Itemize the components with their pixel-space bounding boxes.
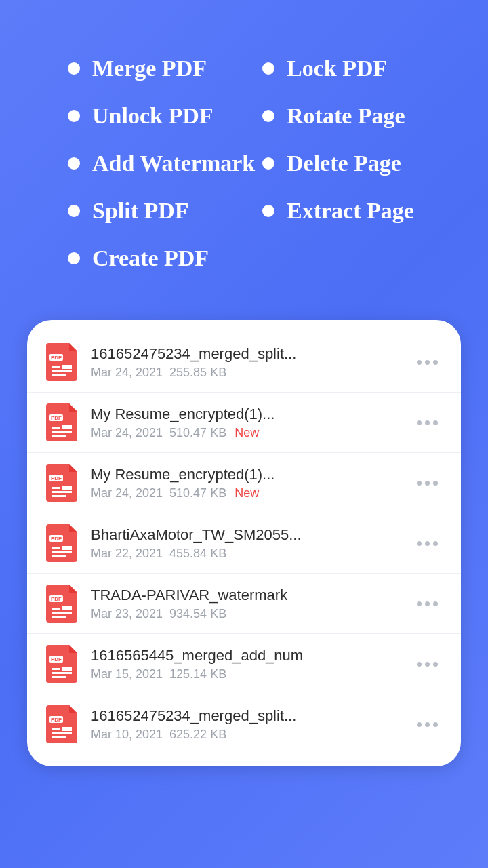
bullet-icon [68, 252, 80, 264]
feature-list: Merge PDF Lock PDF Unlock PDF Rotate Pag… [0, 0, 488, 279]
feature-label: Extract Page [287, 198, 414, 224]
svg-rect-14 [52, 487, 60, 489]
svg-rect-40 [52, 736, 66, 738]
bullet-icon [262, 110, 274, 122]
svg-rect-22 [52, 555, 66, 557]
feature-item: Create PDF [68, 237, 454, 279]
svg-rect-26 [52, 608, 60, 610]
pdf-file-icon: PDF [46, 403, 77, 441]
svg-rect-15 [52, 491, 72, 493]
file-row[interactable]: PDF 1616565445_merged_add_numMar 15, 202… [27, 634, 461, 694]
bullet-icon [262, 157, 274, 170]
bullet-icon [262, 62, 274, 75]
feature-item: Delete Page [262, 142, 454, 184]
pdf-file-icon: PDF [46, 343, 77, 381]
file-row[interactable]: PDF 161652475234_merged_split...Mar 24, … [27, 332, 461, 393]
file-meta: Mar 24, 2021255.85 KB [91, 366, 412, 380]
svg-rect-3 [52, 370, 72, 372]
more-options-button[interactable] [412, 360, 442, 365]
svg-text:PDF: PDF [51, 656, 62, 663]
svg-rect-4 [52, 374, 66, 376]
svg-rect-29 [62, 606, 72, 610]
svg-text:PDF: PDF [51, 475, 62, 481]
pdf-file-icon: PDF [46, 705, 77, 743]
svg-rect-8 [52, 427, 60, 429]
svg-rect-33 [52, 672, 72, 674]
pdf-file-icon: PDF [46, 464, 77, 502]
feature-item: Lock PDF [262, 47, 454, 90]
file-row[interactable]: PDF 161652475234_merged_split...Mar 10, … [27, 694, 461, 754]
file-info: My Resume_encrypted(1)...Mar 24, 2021510… [91, 406, 412, 440]
bullet-icon [68, 157, 80, 170]
file-name: 1616565445_merged_add_num [91, 647, 412, 665]
svg-rect-34 [52, 676, 66, 678]
feature-label: Rotate Page [287, 103, 405, 129]
svg-rect-38 [52, 728, 60, 730]
new-badge: New [235, 486, 259, 500]
file-size: 510.47 KB [169, 426, 226, 439]
new-badge: New [235, 426, 259, 439]
file-name: 161652475234_merged_split... [91, 345, 412, 363]
feature-item: Add Watermark [68, 142, 260, 184]
more-options-button[interactable] [412, 481, 442, 486]
svg-rect-27 [52, 612, 72, 614]
file-meta: Mar 24, 2021510.47 KBNew [91, 426, 412, 440]
more-options-button[interactable] [412, 420, 442, 425]
file-list-card: PDF 161652475234_merged_split...Mar 24, … [27, 320, 461, 766]
svg-rect-5 [62, 365, 72, 369]
file-size: 455.84 KB [169, 547, 226, 560]
svg-rect-16 [52, 495, 66, 497]
svg-text:PDF: PDF [51, 415, 62, 421]
more-options-button[interactable] [412, 662, 442, 667]
file-size: 625.22 KB [169, 728, 226, 741]
svg-rect-35 [62, 667, 72, 671]
svg-text:PDF: PDF [51, 536, 62, 542]
svg-rect-28 [52, 616, 66, 618]
file-info: TRADA-PARIVAR_watermarkMar 23, 2021934.5… [91, 587, 412, 621]
file-size: 255.85 KB [169, 366, 226, 379]
file-name: BhartiAxaMotor_TW_SM2055... [91, 526, 412, 544]
feature-label: Lock PDF [287, 56, 387, 81]
more-options-button[interactable] [412, 601, 442, 606]
svg-rect-17 [62, 486, 72, 490]
file-date: Mar 15, 2021 [91, 667, 163, 681]
feature-label: Add Watermark [92, 151, 255, 176]
bullet-icon [68, 205, 80, 217]
file-name: My Resume_encrypted(1)... [91, 466, 412, 484]
file-row[interactable]: PDF TRADA-PARIVAR_watermarkMar 23, 20219… [27, 574, 461, 634]
svg-rect-9 [52, 431, 72, 433]
more-options-button[interactable] [412, 541, 442, 546]
bullet-icon [68, 62, 80, 75]
bullet-icon [68, 110, 80, 122]
svg-rect-10 [52, 435, 66, 437]
file-row[interactable]: PDF My Resume_encrypted(1)...Mar 24, 202… [27, 453, 461, 513]
svg-text:PDF: PDF [51, 355, 62, 361]
more-options-button[interactable] [412, 722, 442, 727]
file-row[interactable]: PDF My Resume_encrypted(1)...Mar 24, 202… [27, 393, 461, 453]
file-date: Mar 24, 2021 [91, 486, 163, 500]
file-info: My Resume_encrypted(1)...Mar 24, 2021510… [91, 466, 412, 500]
file-size: 510.47 KB [169, 486, 226, 500]
file-info: 1616565445_merged_add_numMar 15, 2021125… [91, 647, 412, 682]
file-date: Mar 24, 2021 [91, 426, 163, 439]
svg-rect-41 [62, 727, 72, 731]
file-meta: Mar 22, 2021455.84 KB [91, 547, 412, 561]
svg-rect-21 [52, 551, 72, 553]
svg-rect-39 [52, 732, 72, 734]
file-name: 161652475234_merged_split... [91, 707, 412, 725]
file-meta: Mar 10, 2021625.22 KB [91, 728, 412, 742]
feature-item: Unlock PDF [68, 95, 260, 137]
svg-rect-2 [52, 366, 60, 368]
pdf-file-icon: PDF [46, 645, 77, 683]
file-date: Mar 23, 2021 [91, 607, 163, 620]
file-date: Mar 10, 2021 [91, 728, 163, 741]
feature-item: Merge PDF [68, 47, 260, 90]
file-meta: Mar 15, 2021125.14 KB [91, 667, 412, 682]
svg-rect-32 [52, 668, 60, 670]
svg-rect-11 [62, 425, 72, 429]
file-date: Mar 22, 2021 [91, 547, 163, 560]
file-info: 161652475234_merged_split...Mar 10, 2021… [91, 707, 412, 742]
file-row[interactable]: PDF BhartiAxaMotor_TW_SM2055...Mar 22, 2… [27, 513, 461, 574]
pdf-file-icon: PDF [46, 524, 77, 562]
bullet-icon [262, 205, 274, 217]
